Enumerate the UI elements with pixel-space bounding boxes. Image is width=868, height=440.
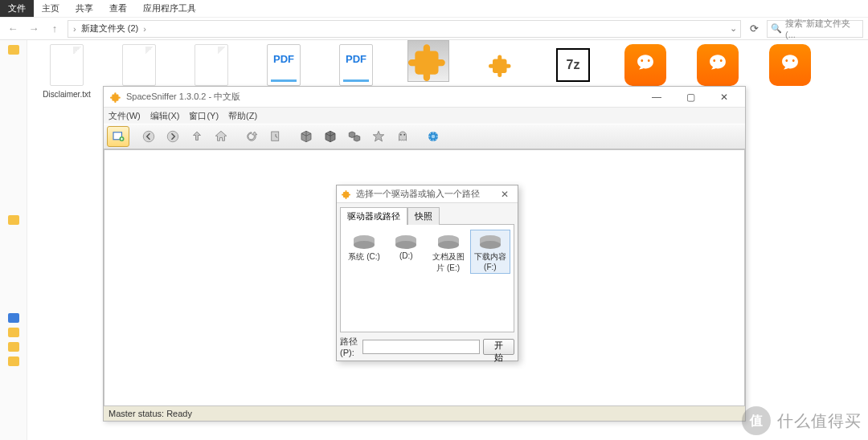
- chevron-right-icon: ›: [72, 24, 78, 34]
- tab-home[interactable]: 主页: [34, 0, 68, 17]
- hard-drive-icon: [436, 232, 461, 250]
- hard-drive-icon: [477, 232, 503, 250]
- sidebar-marker[interactable]: [8, 313, 19, 323]
- breadcrumb-item[interactable]: 新建文件夹 (2): [81, 22, 139, 35]
- home-button[interactable]: [210, 126, 232, 147]
- svg-point-17: [438, 241, 459, 249]
- explorer-ribbon-tabs: 文件 主页 共享 查看 应用程序工具: [0, 0, 868, 18]
- pdf-file-icon: PDF: [339, 44, 373, 86]
- svg-point-14: [395, 241, 416, 249]
- favorites-button[interactable]: [367, 126, 390, 147]
- tab-drives[interactable]: 驱动器或路径: [340, 207, 407, 225]
- new-scan-button[interactable]: [107, 126, 129, 147]
- sidebar-marker[interactable]: [8, 342, 19, 352]
- view-cube1-button[interactable]: [295, 126, 317, 147]
- ghost-button[interactable]: [391, 126, 414, 147]
- dialog-title: 选择一个驱动器或输入一个路径: [356, 188, 480, 200]
- file-item-disclaimer[interactable]: Disclaimer.txt: [39, 40, 95, 99]
- dropdown-chevron-icon[interactable]: ⌄: [730, 23, 737, 34]
- uc-browser-icon: [697, 44, 739, 86]
- app-icon: [110, 92, 121, 103]
- watermark: 值 什么值得买: [742, 406, 862, 435]
- sidebar-marker[interactable]: [8, 328, 19, 337]
- nav-up-icon[interactable]: ↑: [47, 21, 63, 37]
- titlebar[interactable]: SpaceSniffer 1.3.0.2 - 中文版 — ▢ ✕: [104, 87, 745, 108]
- go-up-button[interactable]: [186, 126, 208, 147]
- watermark-text: 什么值得买: [777, 410, 862, 432]
- hard-drive-icon: [351, 232, 377, 250]
- tab-file[interactable]: 文件: [0, 0, 34, 17]
- minimize-button[interactable]: —: [642, 89, 671, 105]
- sidebar-marker[interactable]: [8, 215, 19, 225]
- forward-button[interactable]: [162, 126, 184, 147]
- path-label: 路径(P):: [340, 336, 359, 357]
- start-button[interactable]: 开始: [483, 339, 514, 355]
- search-icon: 🔍: [771, 23, 782, 34]
- text-file-icon: [50, 44, 84, 86]
- drive-e[interactable]: 文档及图片 (E:): [428, 230, 469, 276]
- chevron-right-icon: ›: [141, 24, 148, 34]
- svg-point-20: [480, 241, 501, 249]
- drive-d[interactable]: (D:): [386, 230, 426, 263]
- breadcrumb-row: ← → ↑ › 新建文件夹 (2) › ⌄ ⟳ 🔍 搜索"新建文件夹 (...: [0, 18, 868, 40]
- status-bar: Master status: Ready: [104, 406, 745, 421]
- view-cube2-button[interactable]: [319, 126, 342, 147]
- settings-button[interactable]: [422, 126, 444, 147]
- breadcrumb[interactable]: › 新建文件夹 (2) › ⌄: [68, 20, 741, 38]
- search-input[interactable]: 🔍 搜索"新建文件夹 (...: [767, 20, 863, 38]
- extension-file-icon: [407, 40, 449, 82]
- text-file-icon: [194, 44, 228, 86]
- menubar: 文件(W) 编辑(X) 窗口(Y) 帮助(Z): [104, 108, 745, 124]
- tab-share[interactable]: 共享: [68, 0, 101, 17]
- window-title: SpaceSniffer 1.3.0.2 - 中文版: [126, 91, 240, 103]
- drive-label: 下载内容 (F:): [473, 251, 508, 271]
- svg-point-3: [167, 131, 178, 142]
- close-icon[interactable]: ✕: [497, 188, 513, 201]
- drive-c[interactable]: 系统 (C:): [344, 230, 384, 265]
- refresh-button[interactable]: [240, 126, 263, 147]
- file-label: Disclaimer.txt: [43, 90, 90, 99]
- drive-f[interactable]: 下载内容 (F:): [470, 230, 510, 274]
- tab-snapshot[interactable]: 快照: [407, 207, 440, 225]
- toolbar: [104, 124, 745, 149]
- watermark-badge: 值: [742, 406, 771, 435]
- view-cubes-button[interactable]: [343, 126, 366, 147]
- svg-point-6: [403, 134, 405, 136]
- refresh-icon[interactable]: ⟳: [746, 21, 762, 37]
- back-button[interactable]: [137, 126, 160, 147]
- path-input[interactable]: [362, 340, 480, 354]
- sidebar-marker[interactable]: [8, 356, 19, 366]
- close-button[interactable]: ✕: [710, 89, 739, 105]
- svg-point-5: [400, 134, 402, 136]
- menu-file[interactable]: 文件(W): [108, 110, 141, 122]
- drive-label: 文档及图片 (E:): [431, 251, 466, 274]
- menu-help[interactable]: 帮助(Z): [228, 110, 257, 122]
- sevenzip-icon: 7z: [556, 48, 590, 82]
- file-item[interactable]: [762, 40, 818, 99]
- svg-rect-4: [272, 132, 279, 141]
- explorer-sidebar: [0, 40, 27, 440]
- uc-browser-icon: [769, 44, 811, 86]
- tab-app-tools[interactable]: 应用程序工具: [135, 0, 204, 17]
- menu-edit[interactable]: 编辑(X): [150, 110, 180, 122]
- status-text: Master status: Ready: [108, 409, 192, 418]
- menu-window[interactable]: 窗口(Y): [189, 110, 219, 122]
- app-icon: [342, 189, 351, 199]
- drive-label: 系统 (C:): [348, 251, 379, 263]
- svg-point-11: [354, 241, 375, 249]
- nav-fwd-icon[interactable]: →: [26, 21, 42, 37]
- maximize-button[interactable]: ▢: [676, 89, 705, 105]
- text-file-icon: [122, 44, 156, 86]
- pdf-file-icon: PDF: [267, 44, 301, 86]
- drive-list: 系统 (C:) (D:) 文档及图片 (E:) 下载内容 (F:): [340, 224, 514, 332]
- drive-chooser-dialog: 选择一个驱动器或输入一个路径 ✕ 驱动器或路径 快照 系统 (C:) (D:): [336, 185, 518, 361]
- client-area: 选择一个驱动器或输入一个路径 ✕ 驱动器或路径 快照 系统 (C:) (D:): [104, 149, 745, 406]
- rescan-button[interactable]: [264, 126, 287, 147]
- nav-back-icon[interactable]: ←: [5, 21, 21, 37]
- search-placeholder: 搜索"新建文件夹 (...: [785, 18, 859, 39]
- sidebar-marker[interactable]: [8, 45, 19, 55]
- hard-drive-icon: [393, 232, 419, 250]
- path-row: 路径(P): 开始: [337, 332, 518, 361]
- tab-view[interactable]: 查看: [101, 0, 135, 17]
- dialog-titlebar[interactable]: 选择一个驱动器或输入一个路径 ✕: [337, 185, 518, 203]
